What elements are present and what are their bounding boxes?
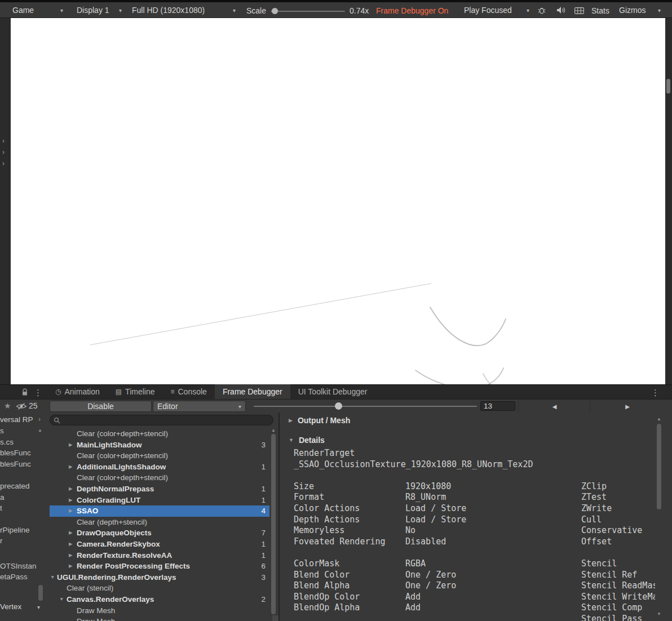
event-label: DepthNormalPrepass: [77, 484, 154, 495]
event-row[interactable]: ▶DrawOpaqueObjects7: [50, 527, 269, 539]
details-scrollbar[interactable]: ▲ ▼: [655, 412, 663, 621]
foldout-collapsed-icon[interactable]: ▶: [69, 561, 73, 572]
event-row[interactable]: Clear (color+depth+stencil): [50, 428, 269, 440]
event-row[interactable]: ▼Canvas.RenderOverlays2: [50, 594, 269, 605]
tab-label: UI Toolkit Debugger: [298, 387, 368, 396]
event-search[interactable]: [50, 415, 273, 425]
event-row[interactable]: Clear (stencil): [50, 583, 269, 594]
details-row: [280, 547, 655, 558]
foldout-collapsed-icon[interactable]: ▶: [69, 550, 73, 561]
event-row[interactable]: ▶SSAO4: [50, 505, 269, 517]
target-selection-dropdown[interactable]: Editor ▾: [153, 401, 246, 412]
chevron-right-icon[interactable]: ›: [2, 160, 5, 167]
event-row[interactable]: Clear (color+depth+stencil): [50, 450, 269, 462]
lock-icon[interactable]: [21, 388, 28, 396]
details-scrollbar-thumb[interactable]: [657, 424, 661, 509]
scroll-up-icon[interactable]: ▲: [657, 417, 661, 422]
play-focused-label: Play Focused: [464, 6, 512, 15]
event-row[interactable]: ▼UGUI.Rendering.RenderOverlays3: [50, 572, 269, 583]
event-row[interactable]: ▶RenderTexture.ResolveAA1: [50, 550, 269, 561]
frame-slider-track[interactable]: [254, 406, 477, 407]
mute-audio-button[interactable]: [554, 5, 568, 16]
details-section-header[interactable]: ▼ Details: [280, 433, 655, 447]
scale-slider[interactable]: [271, 7, 345, 15]
game-tab-dropdown[interactable]: Game ▾: [9, 4, 67, 16]
disable-button[interactable]: Disable: [50, 401, 152, 412]
details-row-right-label: Stencil ReadMask: [581, 580, 655, 592]
tab-ui-toolkit-debugger[interactable]: UI Toolkit Debugger: [290, 384, 375, 399]
event-row[interactable]: ▶AdditionalLightsShadow1: [50, 462, 269, 473]
breadcrumb[interactable]: versal RP: [0, 415, 33, 424]
details-row: BlendOp AlphaAddStencil Comp: [280, 602, 655, 614]
game-view-toolbar: Game ▾ Display 1 ▾ Full HD (1920x1080) ▾…: [0, 2, 672, 18]
scroll-down-icon[interactable]: ▼: [657, 612, 661, 616]
tree-scrollbar[interactable]: ▲: [269, 428, 277, 621]
foldout-collapsed-icon[interactable]: ▶: [289, 418, 293, 423]
details-row: FormatR8_UNormZTest: [280, 492, 655, 503]
background-scrollbar-thumb[interactable]: [38, 585, 43, 601]
chevron-right-icon[interactable]: ›: [2, 137, 5, 144]
tab-console[interactable]: ≡Console: [162, 384, 214, 399]
kebab-menu-icon[interactable]: ⋮: [34, 388, 42, 398]
event-row[interactable]: Clear (color+depth+stencil): [50, 472, 269, 484]
foldout-expanded-icon[interactable]: ▼: [59, 594, 64, 605]
previous-frame-button[interactable]: ◀: [518, 400, 590, 413]
event-row[interactable]: Draw Mesh: [50, 605, 269, 616]
game-view-viewport[interactable]: [11, 18, 665, 384]
search-input[interactable]: [63, 416, 269, 425]
scroll-up-icon[interactable]: ▲: [38, 428, 42, 433]
foldout-expanded-icon[interactable]: ▼: [50, 572, 55, 583]
event-row[interactable]: ▶Camera.RenderSkybox1: [50, 539, 269, 550]
play-focused-dropdown[interactable]: Play Focused ▾: [461, 4, 533, 16]
foldout-collapsed-icon[interactable]: ▶: [69, 539, 73, 550]
event-row[interactable]: ▶ColorGradingLUT1: [50, 495, 269, 506]
event-row[interactable]: ▶MainLightShadow3: [50, 440, 269, 451]
event-row[interactable]: ▶Render PostProcessing Effects6: [50, 561, 269, 572]
details-row-value: One / Zero: [405, 570, 456, 581]
chevron-down-icon[interactable]: ▾: [37, 604, 40, 610]
tab-timeline[interactable]: ▤Timeline: [108, 384, 163, 399]
resolution-dropdown[interactable]: Full HD (1920x1080) ▾: [129, 4, 239, 16]
event-tree: Clear (color+depth+stencil)▶MainLightSha…: [50, 428, 269, 621]
scale-slider-knob[interactable]: [272, 8, 278, 14]
scroll-up-icon[interactable]: ▲: [271, 428, 276, 433]
kebab-menu-icon[interactable]: ⋮: [651, 388, 660, 398]
details-row-value: No: [405, 525, 415, 536]
foldout-collapsed-icon[interactable]: ▶: [69, 495, 73, 506]
tree-scrollbar-thumb[interactable]: [271, 434, 276, 614]
display-dropdown[interactable]: Display 1 ▾: [73, 4, 125, 16]
frame-number-field[interactable]: [480, 401, 515, 411]
foldout-collapsed-icon[interactable]: ▶: [69, 440, 73, 451]
tab-frame-debugger[interactable]: Frame Debugger: [215, 384, 290, 399]
foldout-collapsed-icon[interactable]: ▶: [69, 484, 73, 495]
right-scrollbar-thumb[interactable]: [666, 79, 670, 94]
event-row[interactable]: ▶DepthNormalPrepass1: [50, 484, 269, 495]
details-row: Color ActionsLoad / StoreZWrite: [280, 503, 655, 514]
star-icon[interactable]: ★: [4, 401, 11, 410]
tab-animation[interactable]: ◷Animation: [47, 384, 108, 399]
right-scroll-strip: [665, 18, 672, 384]
hidden-eye-icon[interactable]: [16, 402, 27, 410]
output-mesh-section-header[interactable]: ▶ Output / Mesh: [280, 413, 655, 428]
foldout-expanded-icon[interactable]: ▼: [289, 437, 294, 443]
frame-slider[interactable]: [254, 402, 477, 410]
details-row: Stencil Pass: [280, 614, 655, 621]
frame-slider-knob[interactable]: [335, 402, 342, 410]
event-label: Camera.RenderSkybox: [77, 539, 160, 550]
next-frame-button[interactable]: ▶: [590, 400, 665, 413]
stats-toggle[interactable]: Stats: [591, 6, 609, 15]
details-row-value: Add: [405, 592, 421, 603]
foldout-collapsed-icon[interactable]: ▶: [69, 527, 73, 539]
chevron-right-icon[interactable]: ›: [2, 149, 5, 156]
debug-bug-button[interactable]: [534, 5, 549, 16]
details-row-right-label: ZWrite: [581, 503, 612, 514]
grid-toggle-button[interactable]: [572, 5, 586, 16]
footer-label[interactable]: Vertex: [0, 602, 21, 611]
event-row[interactable]: Draw Mesh: [50, 616, 269, 621]
event-row[interactable]: Clear (depth+stencil): [50, 517, 269, 528]
foldout-collapsed-icon[interactable]: ▶: [69, 505, 73, 517]
frame-debugger-status[interactable]: Frame Debugger On: [376, 6, 448, 15]
scale-slider-track[interactable]: [271, 11, 345, 12]
foldout-collapsed-icon[interactable]: ▶: [69, 462, 73, 473]
gizmos-dropdown[interactable]: Gizmos ▾: [616, 4, 664, 16]
